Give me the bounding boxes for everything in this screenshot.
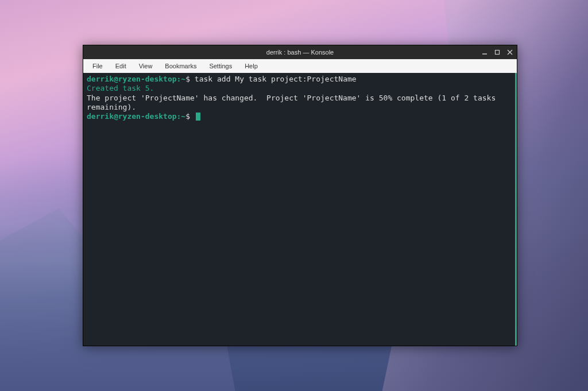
menu-file[interactable]: File (87, 61, 109, 71)
menu-settings[interactable]: Settings (203, 61, 238, 71)
window-titlebar[interactable]: derrik : bash — Konsole (83, 45, 517, 59)
menu-help[interactable]: Help (239, 61, 264, 71)
prompt-symbol: $ (185, 75, 195, 83)
terminal-output-project: The project 'ProjectName' has changed. P… (87, 94, 513, 113)
maximize-button[interactable] (494, 49, 501, 56)
menu-bookmarks[interactable]: Bookmarks (159, 61, 202, 71)
minimize-button[interactable] (481, 49, 488, 56)
terminal-cursor (196, 113, 200, 121)
prompt-path: :~ (177, 75, 186, 83)
terminal-line-1: derrik@ryzen-desktop:~$ task add My task… (87, 75, 513, 84)
command-text: task add My task project:ProjectName (195, 75, 357, 83)
terminal-output-created: Created task 5. (87, 84, 513, 93)
terminal-area[interactable]: derrik@ryzen-desktop:~$ task add My task… (83, 73, 517, 346)
close-button[interactable] (506, 49, 513, 56)
prompt-user: derrik@ryzen-desktop (87, 75, 177, 83)
prompt-symbol: $ (185, 112, 195, 121)
terminal-line-prompt: derrik@ryzen-desktop:~$ (87, 112, 513, 121)
prompt-path: :~ (177, 112, 186, 121)
menu-edit[interactable]: Edit (110, 61, 132, 71)
menu-view[interactable]: View (133, 61, 158, 71)
konsole-window: derrik : bash — Konsole File Edit View B… (83, 45, 517, 346)
menubar: File Edit View Bookmarks Settings Help (83, 59, 517, 73)
svg-rect-1 (496, 51, 500, 55)
window-title: derrik : bash — Konsole (266, 49, 334, 56)
window-controls (481, 49, 513, 56)
prompt-user: derrik@ryzen-desktop (87, 112, 177, 121)
